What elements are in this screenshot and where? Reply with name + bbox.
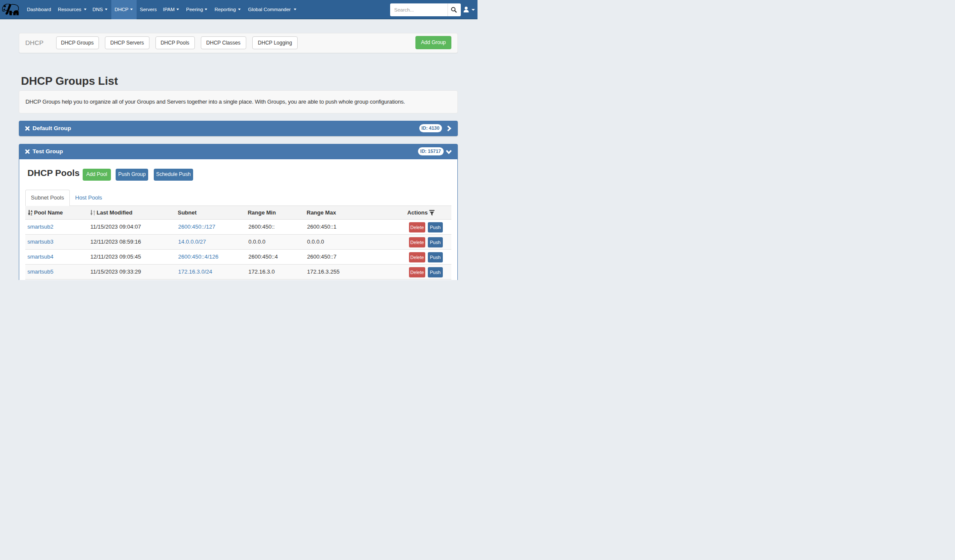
svg-text:Z: Z bbox=[30, 213, 32, 216]
svg-text:A: A bbox=[30, 210, 33, 213]
